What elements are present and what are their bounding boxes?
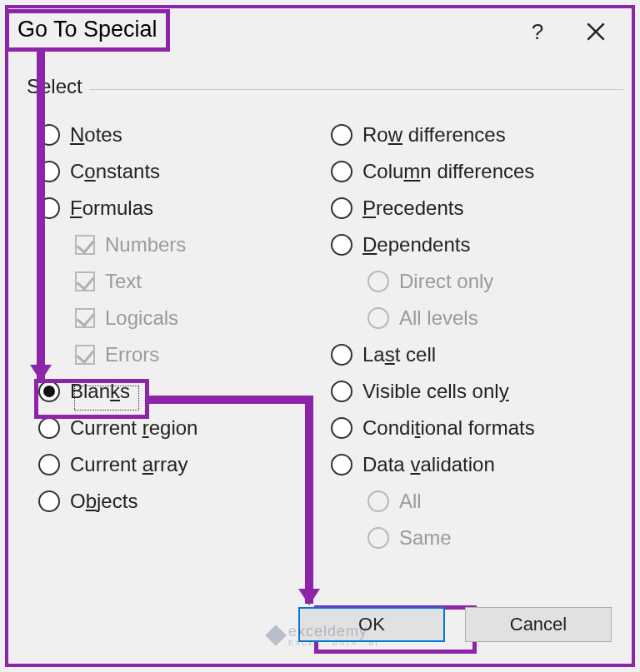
radio-icon: [38, 454, 60, 475]
radio-icon: [38, 417, 60, 439]
dialog-body: Select Notes Constants Formulas: [8, 55, 632, 556]
go-to-special-dialog: Go To Special ? Select Notes Constants: [5, 5, 635, 667]
dialog-title: Go To Special: [5, 9, 170, 52]
checkbox-icon: [75, 345, 95, 365]
option-data-validation[interactable]: Data validation: [331, 446, 623, 483]
option-current-region[interactable]: Current region: [38, 410, 331, 446]
radio-icon: [331, 381, 352, 402]
help-button[interactable]: ?: [508, 12, 567, 52]
check-numbers: Numbers: [38, 226, 331, 263]
radio-icon: [331, 454, 352, 475]
option-notes[interactable]: Notes: [38, 117, 331, 153]
option-last-cell[interactable]: Last cell: [331, 336, 623, 373]
option-blanks[interactable]: Blanks: [38, 373, 331, 410]
radio-icon: [331, 344, 352, 366]
checkbox-icon: [75, 308, 95, 328]
check-errors: Errors: [38, 336, 331, 373]
close-button[interactable]: [567, 12, 625, 52]
subradio-direct-only: Direct only: [331, 263, 623, 300]
titlebar: Go To Special ?: [8, 8, 632, 55]
option-constants[interactable]: Constants: [38, 153, 331, 190]
option-conditional-formats[interactable]: Conditional formats: [331, 410, 623, 446]
subradio-dv-all: All: [331, 483, 623, 520]
option-row-differences[interactable]: Row differences: [331, 117, 623, 153]
subradio-dv-same: Same: [331, 520, 623, 556]
watermark: exceldemy EXCEL · DATA · BI: [268, 623, 379, 647]
left-column: Notes Constants Formulas Numbers Text: [23, 117, 331, 556]
close-icon: [587, 22, 605, 41]
option-objects[interactable]: Objects: [38, 483, 331, 520]
cancel-button[interactable]: Cancel: [465, 607, 612, 642]
checkbox-icon: [75, 235, 95, 255]
select-group-label: Select: [27, 75, 623, 98]
annotation-arrow: [37, 52, 45, 380]
option-dependents[interactable]: Dependents: [331, 226, 623, 263]
radio-icon: [331, 197, 352, 219]
annotation-arrow: [305, 396, 313, 604]
option-visible-cells-only[interactable]: Visible cells only: [331, 373, 623, 410]
radio-icon: [368, 490, 389, 512]
radio-icon: [331, 234, 352, 256]
radio-icon: [368, 271, 389, 292]
option-column-differences[interactable]: Column differences: [331, 153, 623, 190]
option-precedents[interactable]: Precedents: [331, 190, 623, 226]
annotation-arrow: [147, 396, 313, 404]
radio-icon: [331, 161, 352, 182]
option-current-array[interactable]: Current array: [38, 446, 331, 483]
radio-icon: [331, 124, 352, 146]
radio-icon: [38, 381, 60, 402]
subradio-all-levels: All levels: [331, 300, 623, 336]
watermark-icon: [265, 625, 286, 645]
checkbox-icon: [75, 271, 95, 291]
radio-icon: [331, 417, 352, 439]
option-formulas[interactable]: Formulas: [38, 190, 331, 226]
check-text: Text: [38, 263, 331, 300]
check-logicals: Logicals: [38, 300, 331, 336]
radio-icon: [368, 307, 389, 329]
right-column: Row differences Column differences Prece…: [331, 117, 623, 556]
radio-icon: [368, 527, 389, 549]
radio-icon: [38, 490, 60, 512]
